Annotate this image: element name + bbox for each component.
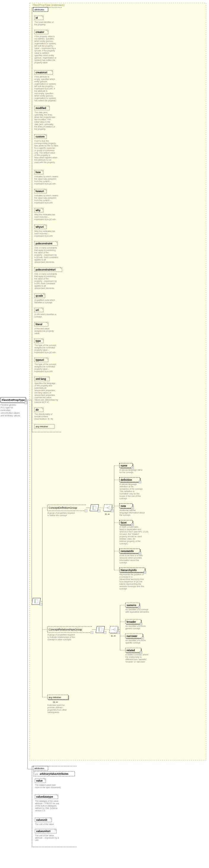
any-other-2: any ##other bbox=[48, 696, 61, 699]
svg-rect-64 bbox=[93, 506, 94, 506]
ava-grp-name: arbitraryValueAttributes bbox=[40, 772, 68, 775]
svg-rect-48 bbox=[34, 602, 36, 603]
attribute-howuri: howuri bbox=[36, 190, 44, 193]
attribute-why: why bbox=[35, 209, 41, 212]
crg-cardinality: 0..∞ bbox=[111, 634, 116, 637]
extension-group-label: Flex1PropType (extension) bbox=[33, 4, 65, 6]
attributes-box-label: attributes bbox=[34, 8, 44, 11]
crg-child-sameAs-desc: An identifier of a conceptwith equivalen… bbox=[125, 609, 149, 613]
ava-valueunit-desc: The unit of the value bbox=[35, 823, 54, 825]
attribute-pubconstraint: pubconstraint bbox=[36, 242, 53, 245]
cdg-child-facet: facet bbox=[121, 521, 127, 524]
concept-relationships-group-desc: A group of properties requiredto indicat… bbox=[47, 634, 75, 641]
crg-child-broader: broader bbox=[127, 620, 136, 623]
attribute-literal: literal bbox=[36, 323, 42, 326]
ava-valueunituri: valueunituri bbox=[36, 830, 50, 833]
attribute-typeuri: typeuri bbox=[36, 359, 44, 362]
root-type-desc: Flexible genericPCL-type forcontrolled,u… bbox=[1, 404, 20, 417]
attribute-creatoruri: creatoruri bbox=[36, 71, 47, 74]
attribute-type: type bbox=[36, 339, 41, 342]
svg-line-215 bbox=[44, 779, 46, 780]
attribute-creator-desc: If the property value isnot defined, spe… bbox=[34, 35, 57, 64]
attribute-modified: modified bbox=[36, 106, 46, 110]
attribute-how: how bbox=[36, 171, 41, 174]
ava-attributes-label: attributes bbox=[34, 767, 44, 770]
svg-rect-151 bbox=[98, 630, 100, 631]
svg-marker-148 bbox=[96, 626, 105, 633]
svg-marker-45 bbox=[32, 598, 41, 604]
ava-valueunituri-desc: The unit of the valueattribute – express… bbox=[35, 834, 59, 841]
svg-rect-149 bbox=[98, 627, 100, 628]
attribute-id: id bbox=[36, 16, 38, 19]
ava-valuedatatype: valuedatatype bbox=[36, 795, 53, 798]
concept-relationships-group: ConceptRelationshipsGroup bbox=[48, 628, 82, 631]
attribute-whyuri: whyuri bbox=[35, 225, 43, 228]
cdg-cardinality: 0..∞ bbox=[105, 513, 110, 516]
cdg-child-remoteInfo: remoteInfo bbox=[121, 550, 134, 553]
svg-rect-150 bbox=[98, 629, 100, 630]
crg-child-related: related bbox=[127, 649, 135, 652]
crg-child-related-desc: A related concept, wherethe relationship… bbox=[126, 654, 148, 663]
crg-child-sameAs: sameAs bbox=[127, 604, 136, 607]
svg-rect-47 bbox=[34, 601, 36, 601]
attribute-qcode-desc: A qualified code whichidentifies a conce… bbox=[34, 299, 55, 304]
ava-valuedatatype-desc: The datatype of the valueattribute – it … bbox=[35, 800, 59, 812]
attribute-dir: dir bbox=[36, 408, 39, 411]
attribute-creator: creator bbox=[36, 31, 44, 34]
ava-valueunit: valueunit bbox=[36, 818, 47, 822]
svg-rect-66 bbox=[93, 509, 94, 509]
svg-line-217 bbox=[56, 795, 58, 797]
attribute-creatoruri-desc: If the attribute isempty, specifies whic… bbox=[34, 76, 56, 102]
attribute-xml:lang: xml:lang bbox=[36, 377, 46, 380]
concept-definition-group: ConceptDefinitionGroup bbox=[48, 506, 77, 509]
cdg-child-definition: definition bbox=[121, 478, 132, 482]
any-other-1: any ##other bbox=[36, 425, 48, 428]
svg-line-219 bbox=[50, 818, 52, 819]
cdg-child-note: note bbox=[121, 504, 126, 507]
any-other-2-card: 0..∞ bbox=[54, 701, 58, 704]
svg-rect-46 bbox=[34, 599, 36, 600]
ava-value: value bbox=[36, 779, 43, 782]
ava-grp-prefix: grp bbox=[35, 773, 38, 775]
cdg-child-hierarchyInfo: hierarchyInfo bbox=[121, 569, 137, 571]
extension-group bbox=[30, 3, 206, 760]
svg-line-221 bbox=[55, 829, 56, 831]
ava-value-desc: The related value (seemore in the spec d… bbox=[35, 784, 61, 789]
svg-marker-63 bbox=[90, 504, 99, 511]
crg-child-narrower: narrower bbox=[127, 634, 138, 638]
attribute-uri: uri bbox=[36, 309, 39, 311]
cdg-child-name: name bbox=[121, 464, 127, 467]
root-type-label: Flex1ExtPropType bbox=[2, 399, 25, 401]
attribute-pubconstrainturi: pubconstrainturi bbox=[36, 268, 56, 271]
attribute-custom: custom bbox=[36, 135, 45, 138]
attribute-qcode: qcode bbox=[36, 294, 43, 297]
svg-rect-65 bbox=[93, 507, 94, 508]
